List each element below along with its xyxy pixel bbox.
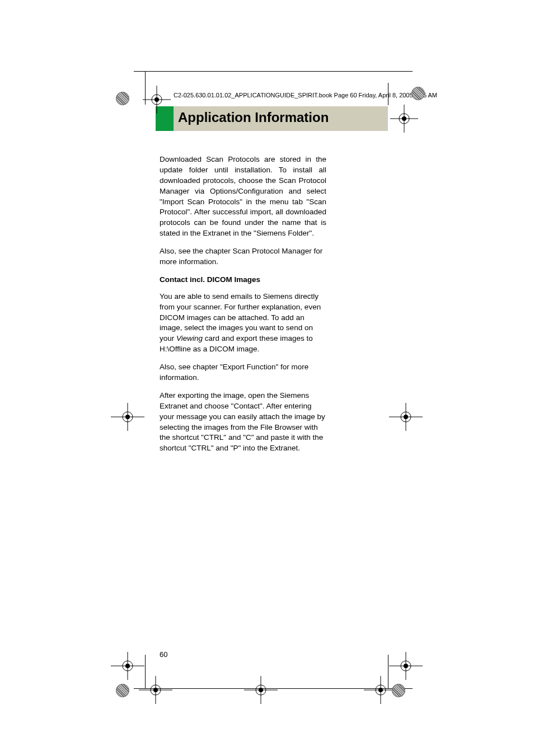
svg-point-7 <box>402 116 406 121</box>
hatched-circle-icon <box>411 87 425 100</box>
registration-mark-icon <box>139 676 172 704</box>
registration-mark-icon <box>390 105 418 133</box>
svg-point-11 <box>125 415 130 419</box>
italic-text: Viewing <box>176 334 203 342</box>
svg-point-15 <box>404 415 408 419</box>
paragraph: Downloaded Scan Protocols are stored in … <box>160 154 326 239</box>
svg-point-31 <box>259 688 263 692</box>
svg-point-3 <box>154 97 159 102</box>
paragraph: Also, see the chapter Scan Protocol Mana… <box>160 246 326 267</box>
paragraph: Also, see chapter "Export Function" for … <box>160 362 326 383</box>
svg-point-23 <box>404 664 408 668</box>
svg-point-35 <box>378 688 383 692</box>
registration-mark-icon <box>143 86 171 114</box>
page-title: Application Information <box>178 110 329 125</box>
registration-mark-icon <box>111 403 144 431</box>
hatched-circle-icon <box>392 684 405 697</box>
body-content: Downloaded Scan Protocols are stored in … <box>160 154 326 461</box>
registration-mark-icon <box>389 403 423 431</box>
hatched-circle-icon <box>116 684 129 697</box>
paragraph: After exporting the image, open the Siem… <box>160 391 326 454</box>
crop-info-text: C2-025.630.01.01.02_APPLICATIONGUIDE_SPI… <box>174 92 437 98</box>
hatched-circle-icon <box>116 92 129 105</box>
subheading: Contact incl. DICOM Images <box>160 275 326 285</box>
registration-mark-icon <box>244 676 278 704</box>
page-number: 60 <box>160 650 167 659</box>
svg-point-19 <box>125 664 130 668</box>
crop-mark-line <box>134 71 413 72</box>
paragraph: You are able to send emails to Siemens d… <box>160 292 326 355</box>
svg-point-27 <box>153 688 158 692</box>
